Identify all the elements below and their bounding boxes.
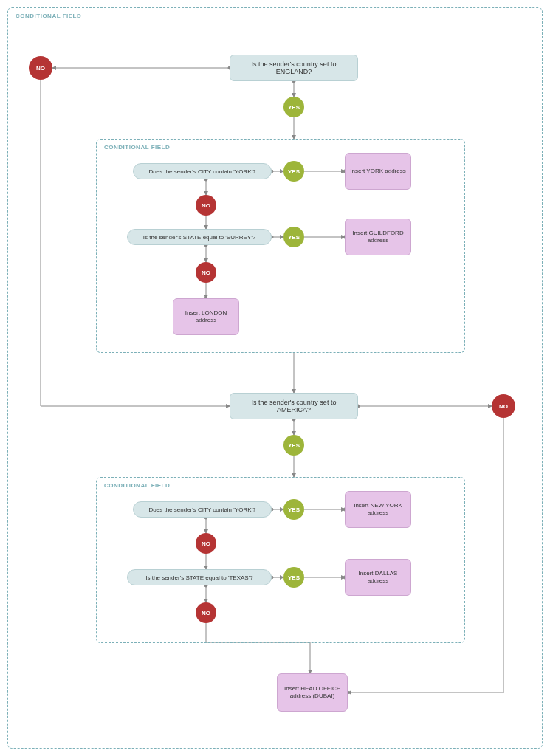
question-state-texas: Is the sender's STATE equal to 'TEXAS'? [127, 569, 272, 585]
result-dubai-text: Insert HEAD OFFICE address (DUBAI) [281, 685, 344, 701]
inner2-label: CONDITIONAL FIELD [104, 482, 170, 489]
yes-state-texas: YES [283, 567, 304, 588]
no-city-york-2: NO [196, 533, 216, 554]
question-country-america: Is the sender's country set to AMERICA? [230, 393, 358, 419]
result-york: Insert YORK address [345, 153, 411, 190]
result-dubai: Insert HEAD OFFICE address (DUBAI) [277, 673, 348, 712]
question-country-england: Is the sender's country set to ENGLAND? [230, 55, 358, 81]
yes-circle-america: YES [283, 435, 304, 456]
yes-state-surrey: YES [283, 227, 304, 247]
result-guildford: Insert GUILDFORD address [345, 219, 411, 255]
yes-circle-england: YES [283, 97, 304, 117]
result-newyork-text: Insert NEW YORK address [348, 502, 408, 518]
result-york-text: Insert YORK address [350, 168, 405, 175]
no-state-surrey: NO [196, 262, 216, 283]
result-london-text: Insert LONDON address [176, 309, 236, 325]
result-london: Insert LONDON address [173, 298, 239, 335]
no-circle-england: NO [29, 56, 52, 80]
yes-city-york-2: YES [283, 499, 304, 520]
outer-label: CONDITIONAL FIELD [16, 13, 81, 19]
question-city-york-1: Does the sender's CITY contain 'YORK'? [133, 163, 272, 179]
no-circle-america: NO [492, 394, 515, 418]
question-state-surrey: Is the sender's STATE equal to 'SURREY'? [127, 229, 272, 245]
no-city-york-1: NO [196, 195, 216, 216]
result-dallas-text: Insert DALLAS address [348, 570, 408, 585]
no-state-texas: NO [196, 602, 216, 623]
question-city-york-2: Does the sender's CITY contain 'YORK'? [133, 501, 272, 518]
result-dallas: Insert DALLAS address [345, 559, 411, 596]
inner1-label: CONDITIONAL FIELD [104, 144, 170, 151]
result-guildford-text: Insert GUILDFORD address [348, 230, 408, 245]
result-newyork: Insert NEW YORK address [345, 491, 411, 528]
yes-city-york-1: YES [283, 161, 304, 182]
